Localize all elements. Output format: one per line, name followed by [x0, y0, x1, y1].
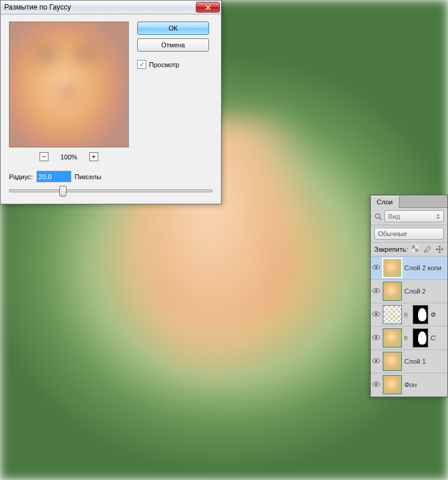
filter-kind-label: Вид: [388, 213, 400, 220]
zoom-in-button[interactable]: +: [89, 152, 98, 161]
blend-mode-dropdown[interactable]: Обычные: [374, 228, 444, 240]
layer-thumbnail[interactable]: [383, 305, 402, 324]
layer-name[interactable]: Ф: [431, 311, 436, 318]
lock-brush-icon[interactable]: [423, 245, 432, 253]
radius-unit: Пикселы: [75, 173, 102, 180]
visibility-toggle[interactable]: [372, 264, 380, 271]
layer-name[interactable]: Слой 2: [404, 288, 426, 295]
layer-row[interactable]: Слой 2 копи: [371, 256, 447, 280]
svg-point-17: [375, 383, 377, 385]
layer-name[interactable]: Фон: [404, 381, 417, 388]
tab-layers[interactable]: Слои: [371, 196, 399, 208]
layers-panel: Слои Вид Обычные Закрепить: Слой 2 копи …: [370, 195, 448, 397]
gaussian-blur-dialog: Размытие по Гауссу − 100% + ОК Отмена ✓ …: [0, 0, 222, 204]
layer-thumbnail[interactable]: [383, 258, 402, 277]
zoom-level: 100%: [60, 153, 77, 161]
layer-thumbnail[interactable]: [383, 282, 402, 301]
slider-thumb[interactable]: [59, 186, 66, 197]
svg-rect-5: [412, 249, 415, 252]
svg-point-9: [375, 289, 377, 292]
close-button[interactable]: [196, 2, 220, 13]
ok-button[interactable]: ОК: [137, 22, 209, 35]
lock-move-icon[interactable]: [435, 245, 444, 253]
layer-thumbnail[interactable]: [383, 352, 402, 371]
svg-point-15: [375, 360, 377, 362]
layer-row[interactable]: Слой 2: [371, 280, 447, 303]
layer-row[interactable]: ⎘ С: [371, 327, 447, 350]
visibility-toggle[interactable]: [372, 358, 380, 365]
radius-slider[interactable]: [9, 186, 213, 195]
svg-rect-3: [415, 249, 418, 252]
svg-rect-2: [412, 246, 415, 249]
svg-line-1: [379, 218, 382, 220]
lock-transparency-icon[interactable]: [411, 245, 420, 253]
visibility-toggle[interactable]: [372, 334, 380, 342]
svg-rect-4: [415, 246, 418, 249]
preview-checkbox[interactable]: ✓: [137, 60, 146, 69]
lock-label: Закрепить:: [374, 246, 408, 253]
radius-label: Радиус:: [9, 173, 33, 180]
layer-row[interactable]: ⎘ Ф: [371, 303, 447, 327]
radius-input[interactable]: [37, 171, 71, 182]
slider-track: [9, 189, 213, 192]
close-icon: [205, 5, 211, 10]
dialog-title: Размытие по Гауссу: [4, 3, 196, 11]
preview-checkbox-label: Просмотр: [149, 61, 179, 68]
dialog-titlebar[interactable]: Размытие по Гауссу: [1, 1, 221, 14]
svg-point-7: [375, 266, 377, 268]
link-icon: ⎘: [404, 312, 410, 318]
visibility-toggle[interactable]: [372, 288, 380, 295]
svg-point-0: [376, 213, 380, 218]
blend-mode-label: Обычные: [378, 230, 407, 237]
layer-row[interactable]: Фон: [371, 373, 447, 397]
preview-image[interactable]: [9, 22, 129, 147]
layers-list: Слой 2 копи Слой 2 ⎘ Ф ⎘ С Слой 1: [371, 256, 447, 397]
layer-name[interactable]: Слой 1: [404, 358, 426, 365]
svg-point-11: [375, 313, 377, 315]
filter-kind-dropdown[interactable]: Вид: [385, 210, 444, 222]
layer-thumbnail[interactable]: [383, 375, 402, 394]
cancel-button[interactable]: Отмена: [137, 38, 209, 52]
layer-thumbnail[interactable]: [383, 328, 402, 348]
layer-name[interactable]: С: [431, 334, 435, 342]
layer-mask-thumbnail[interactable]: [413, 305, 428, 324]
zoom-out-button[interactable]: −: [40, 152, 49, 161]
visibility-toggle[interactable]: [372, 381, 380, 388]
layer-name[interactable]: Слой 2 копи: [404, 264, 441, 271]
visibility-toggle[interactable]: [372, 311, 380, 318]
panel-tabs: Слои: [371, 195, 447, 208]
svg-point-13: [375, 336, 377, 339]
layer-mask-thumbnail[interactable]: [413, 328, 428, 348]
link-icon: ⎘: [404, 335, 410, 342]
search-icon: [374, 213, 382, 221]
layer-row[interactable]: Слой 1: [371, 350, 447, 373]
